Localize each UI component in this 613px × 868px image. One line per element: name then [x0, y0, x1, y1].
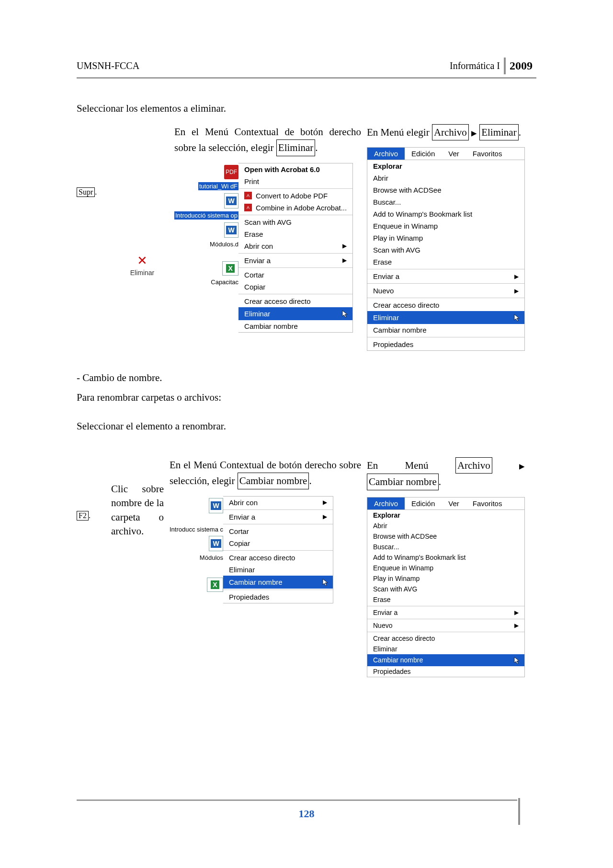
ctx2-item-copiar[interactable]: Copiar [223, 537, 333, 549]
excel-icon: X [222, 261, 238, 276]
arch-item-nuevo[interactable]: Nuevo▶ [367, 285, 524, 297]
page-number: 128 [0, 808, 613, 820]
ctx-item-abrir-con[interactable]: Abrir con▶ [238, 240, 352, 252]
file-tutorial-wi[interactable]: tutorial_Wi dF [198, 182, 238, 190]
ctx2-item-cortar[interactable]: Cortar [223, 525, 333, 537]
file-introduccio[interactable]: Introducció sistema op [174, 211, 238, 220]
col-supr: Supr. [77, 120, 110, 351]
tab-ver[interactable]: Ver [442, 498, 466, 509]
menubar[interactable]: Archivo Edición Ver Favoritos [367, 147, 525, 160]
tab-archivo[interactable]: Archivo [367, 498, 405, 509]
cursor-icon [514, 657, 522, 666]
arch2-item-explorar[interactable]: Explorar [367, 510, 524, 521]
ctx-item-combine-acrobat[interactable]: ACombine in Adobe Acrobat... [238, 202, 352, 214]
ctx-item-erase[interactable]: Erase [238, 228, 352, 240]
ctx-item-eliminar[interactable]: Eliminar [238, 307, 352, 320]
col-archivo-menu-2: En Menú Archivo ▶ Cambiar nombre. Archiv… [367, 453, 525, 677]
ctx-item-print[interactable]: Print [238, 175, 352, 187]
arch2-item-propiedades[interactable]: Propiedades [367, 666, 524, 677]
tab-ver[interactable]: Ver [442, 148, 466, 160]
header-left: UMSNH-FCCA [77, 60, 139, 71]
mid-line-3: Seleccionar el elemento a renombrar. [77, 418, 536, 434]
arch-item-eliminar[interactable]: Eliminar [367, 311, 524, 324]
arch2-item-scan-avg[interactable]: Scan with AVG [367, 584, 524, 594]
cursor-icon [322, 579, 330, 588]
file-modulos-2[interactable]: Módulos [200, 554, 223, 561]
ctx2-item-cambiar-nombre[interactable]: Cambiar nombre [223, 576, 333, 589]
supr-key: Supr [77, 187, 95, 197]
arch2-item-abrir[interactable]: Abrir [367, 521, 524, 531]
header-year: 2009 [504, 58, 536, 74]
ctx-item-convert-pdf[interactable]: AConvert to Adobe PDF [238, 190, 352, 202]
tab-edicion[interactable]: Edición [405, 148, 442, 160]
ctx2-item-abrir-con[interactable]: Abrir con▶ [223, 497, 333, 509]
header-course: Informática I [450, 60, 500, 71]
ctx-item-cortar[interactable]: Cortar [238, 269, 352, 281]
file-modulos[interactable]: Módulos.d [210, 241, 238, 248]
arch2-item-enviar-a[interactable]: Enviar a▶ [367, 607, 524, 618]
arch-item-erase[interactable]: Erase [367, 256, 524, 268]
arch-item-cambiar-nombre[interactable]: Cambiar nombre [367, 324, 524, 336]
menubar-2[interactable]: Archivo Edición Ver Favoritos [367, 497, 525, 509]
chevron-right-icon: ▶ [342, 257, 347, 264]
arch-item-winamp-enqueue[interactable]: Enqueue in Winamp [367, 220, 524, 232]
ctx2-item-propiedades[interactable]: Propiedades [223, 591, 333, 603]
context-menu-2[interactable]: Abrir con▶ Enviar a▶ Cortar Copiar Crear… [223, 496, 333, 603]
arch2-item-buscar[interactable]: Buscar... [367, 542, 524, 552]
archivo-menu-2[interactable]: Explorar Abrir Browse with ACDSee Buscar… [367, 509, 525, 677]
ctx2-item-eliminar[interactable]: Eliminar [223, 564, 333, 576]
section-eliminar: Supr. × Eliminar En el Menú Contextual d… [77, 120, 536, 351]
arch-item-scan-avg[interactable]: Scan with AVG [367, 244, 524, 256]
arch2-item-nuevo[interactable]: Nuevo▶ [367, 620, 524, 631]
chevron-right-icon: ▶ [514, 622, 519, 629]
file-introducc[interactable]: Introducc sistema c [170, 526, 223, 533]
ctx2-item-acceso-directo[interactable]: Crear acceso directo [223, 552, 333, 564]
arch2-item-winamp-enqueue[interactable]: Enqueue in Winamp [367, 563, 524, 573]
arch2-item-erase[interactable]: Erase [367, 594, 524, 605]
arch-item-browse-acdsee[interactable]: Browse with ACDSee [367, 184, 524, 196]
arch-item-winamp-play[interactable]: Play in Winamp [367, 232, 524, 244]
file-capacitac[interactable]: Capacitac [211, 278, 238, 286]
s2-col-c-intro: En el Menú Contextual de botón derecho s… [170, 457, 361, 489]
tab-favoritos[interactable]: Favoritos [466, 498, 509, 509]
ctx-item-acceso-directo[interactable]: Crear acceso directo [238, 295, 352, 307]
explorer-pane: PDF tutorial_Wi dF W Introducció sistema… [174, 163, 361, 333]
arch-item-buscar[interactable]: Buscar... [367, 196, 524, 208]
arch-item-enviar-a[interactable]: Enviar a▶ [367, 270, 524, 282]
arch2-item-winamp-bookmark[interactable]: Add to Winamp's Bookmark list [367, 552, 524, 563]
ctx-item-enviar-a[interactable]: Enviar a▶ [238, 255, 352, 266]
chevron-right-icon: ▶ [323, 499, 327, 506]
tab-archivo[interactable]: Archivo [367, 148, 405, 160]
pdf-icon: PDF [224, 165, 238, 179]
arch2-item-acceso-directo[interactable]: Crear acceso directo [367, 633, 524, 644]
arch2-item-browse-acdsee[interactable]: Browse with ACDSee [367, 531, 524, 542]
arch-item-abrir[interactable]: Abrir [367, 172, 524, 184]
context-menu-1[interactable]: Open with Acrobat 6.0 Print AConvert to … [238, 163, 353, 333]
col-archivo-menu: En Menú elegir Archivo ▶ Eliminar. Archi… [367, 120, 525, 351]
ctx-item-scan-avg[interactable]: Scan with AVG [238, 216, 352, 228]
arch-item-propiedades[interactable]: Propiedades [367, 338, 524, 350]
col-f2: F2. [77, 453, 105, 677]
chevron-right-icon: ▶ [323, 513, 327, 520]
ctx-item-cambiar-nombre[interactable]: Cambiar nombre [238, 320, 352, 332]
ctx2-item-enviar-a[interactable]: Enviar a▶ [223, 511, 333, 523]
arch-item-explorar[interactable]: Explorar [367, 160, 524, 172]
chevron-right-icon: ▶ [342, 243, 347, 249]
arch2-item-eliminar[interactable]: Eliminar [367, 644, 524, 654]
ctx-item-open-acrobat[interactable]: Open with Acrobat 6.0 [238, 163, 352, 175]
col-clic-text: Clic sobre nombre de la carpeta o archiv… [111, 453, 164, 677]
word-icon: W [224, 193, 238, 208]
arch2-item-winamp-play[interactable]: Play in Winamp [367, 573, 524, 584]
word-icon: W [209, 498, 223, 513]
cursor-icon [514, 314, 522, 323]
arch-item-acceso-directo[interactable]: Crear acceso directo [367, 299, 524, 311]
chevron-right-icon: ▶ [514, 609, 519, 616]
footer-stub [518, 798, 521, 825]
archivo-menu-1[interactable]: Explorar Abrir Browse with ACDSee Buscar… [367, 160, 525, 351]
tab-edicion[interactable]: Edición [405, 498, 442, 509]
col-c-intro: En el Menú Contextual de botón derecho s… [174, 124, 361, 156]
arch-item-winamp-bookmark[interactable]: Add to Winamp's Bookmark list [367, 208, 524, 220]
arch2-item-cambiar-nombre[interactable]: Cambiar nombre [367, 654, 524, 666]
ctx-item-copiar[interactable]: Copiar [238, 281, 352, 293]
tab-favoritos[interactable]: Favoritos [466, 148, 509, 160]
